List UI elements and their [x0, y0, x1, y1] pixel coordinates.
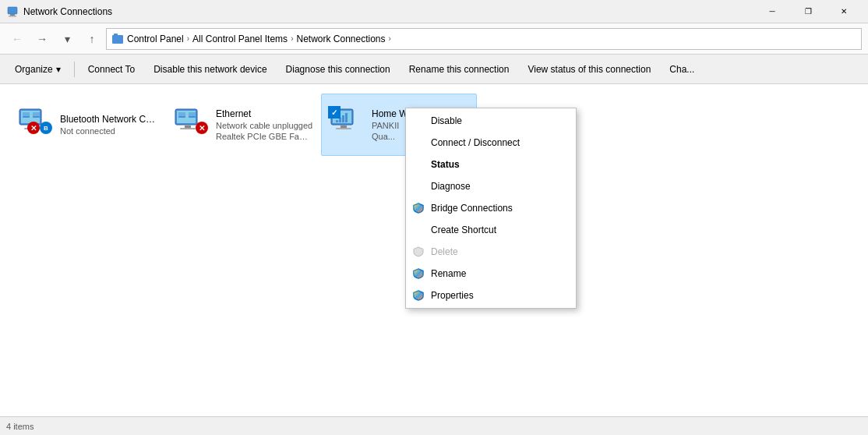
shield-icon-properties	[412, 289, 425, 302]
svg-rect-23	[336, 120, 338, 122]
context-menu: Disable Connect / Disconnect Status Diag…	[405, 108, 577, 309]
recent-button[interactable]: ▾	[56, 28, 78, 50]
bluetooth-status: Not connected	[60, 126, 158, 136]
svg-rect-16	[178, 112, 185, 116]
svg-rect-25	[342, 115, 344, 122]
ctx-properties[interactable]: Properties	[406, 285, 576, 306]
ethernet-info: Ethernet Network cable unplugged Realtek…	[216, 108, 314, 141]
svg-rect-1	[10, 14, 15, 16]
ctx-bridge[interactable]: Bridge Connections	[406, 197, 576, 219]
main-content: ✕ B Bluetooth Network Connection 2 Not c…	[0, 84, 868, 416]
ethernet-status: Network cable unplugged	[216, 121, 314, 130]
ctx-diagnose[interactable]: Diagnose	[406, 175, 576, 197]
breadcrumb-control-panel[interactable]: Control Panel	[127, 34, 184, 44]
title-bar-icon	[6, 5, 19, 18]
address-bar: ← → ▾ ↑ Control Panel › All Control Pane…	[0, 23, 868, 55]
svg-rect-19	[185, 126, 191, 128]
svg-rect-27	[340, 126, 347, 128]
organize-button[interactable]: Organize ▾	[6, 58, 69, 80]
badge-x-ethernet: ✕	[196, 122, 208, 134]
svg-rect-8	[23, 112, 30, 116]
svg-rect-20	[180, 128, 196, 129]
badge-bluetooth: B	[40, 122, 52, 134]
svg-rect-3	[112, 35, 123, 44]
diagnose-button[interactable]: Diagnose this connection	[277, 58, 399, 80]
breadcrumb-all-items[interactable]: All Control Panel Items	[192, 34, 288, 44]
ctx-status[interactable]: Status	[406, 154, 576, 175]
ethernet-icon-wrap: ✕	[172, 106, 210, 143]
ethernet-adapter: Realtek PCIe GBE Family Contr...	[216, 132, 314, 141]
bluetooth-info: Bluetooth Network Connection 2 Not conne…	[60, 114, 158, 136]
change-button[interactable]: Cha...	[661, 58, 703, 80]
maximize-button[interactable]: ❐	[790, 0, 826, 23]
badge-x-bluetooth: ✕	[27, 122, 40, 134]
forward-button[interactable]: →	[31, 28, 53, 50]
ethernet-name: Ethernet	[216, 108, 314, 119]
title-bar-text: Network Connections	[23, 6, 112, 17]
status-text: 4 items	[6, 422, 34, 431]
back-button[interactable]: ←	[6, 28, 28, 50]
breadcrumb[interactable]: Control Panel › All Control Panel Items …	[106, 28, 862, 50]
svg-rect-18	[189, 112, 196, 116]
toolbar: Organize ▾ Connect To Disable this netwo…	[0, 55, 868, 84]
shield-icon-rename	[412, 267, 425, 280]
svg-rect-4	[114, 34, 118, 36]
wifi-icon-wrap: ✓	[328, 106, 365, 143]
title-bar: Network Connections ─ ❐ ✕	[0, 0, 868, 23]
breadcrumb-icon	[111, 33, 124, 45]
ctx-delete[interactable]: Delete	[406, 241, 576, 263]
bluetooth-icon-wrap: ✕ B	[16, 106, 54, 143]
svg-rect-28	[336, 128, 351, 129]
ctx-disable[interactable]: Disable	[406, 110, 576, 132]
view-status-button[interactable]: View status of this connection	[519, 58, 659, 80]
rename-button[interactable]: Rename this connection	[400, 58, 518, 80]
toolbar-sep-1	[74, 62, 75, 77]
shield-icon-bridge	[412, 202, 425, 214]
connect-to-button[interactable]: Connect To	[79, 58, 144, 80]
up-button[interactable]: ↑	[81, 28, 103, 50]
network-item-ethernet[interactable]: ✕ Ethernet Network cable unplugged Realt…	[165, 94, 321, 156]
network-item-bluetooth[interactable]: ✕ B Bluetooth Network Connection 2 Not c…	[9, 94, 165, 156]
bluetooth-name: Bluetooth Network Connection 2	[60, 114, 158, 125]
svg-rect-2	[9, 16, 16, 17]
disable-button[interactable]: Disable this network device	[145, 58, 275, 80]
close-button[interactable]: ✕	[826, 0, 862, 23]
status-bar: 4 items	[0, 416, 868, 435]
svg-rect-26	[345, 113, 348, 122]
ctx-rename[interactable]: Rename	[406, 263, 576, 285]
svg-rect-10	[33, 112, 40, 116]
title-bar-controls: ─ ❐ ✕	[754, 0, 862, 23]
svg-rect-0	[8, 7, 17, 14]
ctx-connect-disconnect[interactable]: Connect / Disconnect	[406, 132, 576, 154]
ctx-create-shortcut[interactable]: Create Shortcut	[406, 219, 576, 241]
minimize-button[interactable]: ─	[754, 0, 790, 23]
badge-check-wifi: ✓	[328, 106, 340, 118]
breadcrumb-network-connections[interactable]: Network Connections	[296, 34, 385, 44]
shield-icon-delete	[412, 246, 425, 258]
